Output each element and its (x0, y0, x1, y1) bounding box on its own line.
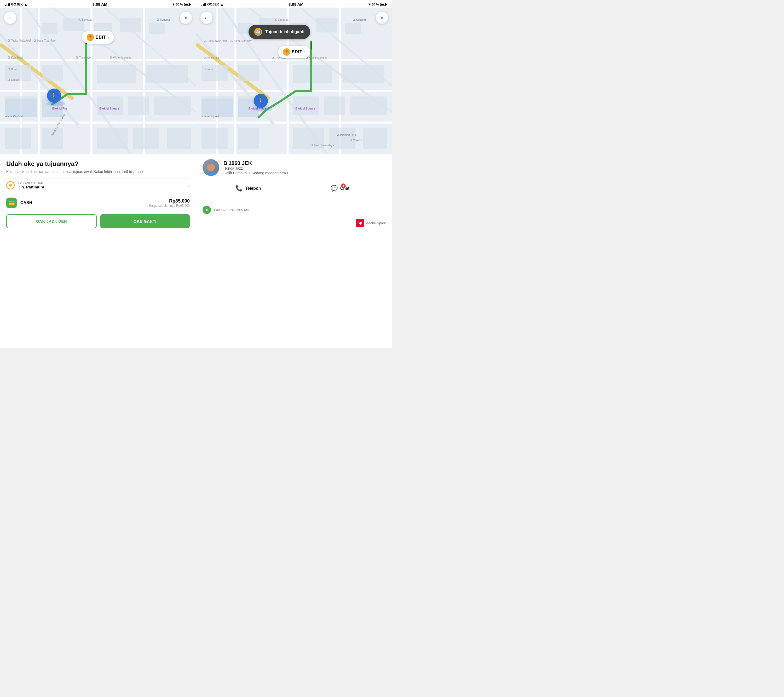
svg-text:Jl. Wolter Mongins: Jl. Wolter Mongins (110, 56, 131, 59)
tooltip-text: Tujuan telah diganti (265, 30, 305, 34)
status-left-right: GOJEK ▲ (201, 2, 224, 7)
destination-label-left: LOKASI TUJUAN (18, 181, 184, 185)
edit-label-left: EDIT (96, 35, 106, 40)
svg-rect-76 (238, 128, 259, 149)
driver-details: B 1060 JEK Honda Jazz Galih Pambudi Seda… (224, 160, 386, 175)
locate-button-left[interactable]: ➤ (180, 12, 192, 24)
contact-row: 📞 Telepon 💬 1 Chat (203, 180, 386, 196)
svg-text:ndaria City Mall: ndaria City Mall (201, 115, 219, 118)
svg-rect-29 (97, 128, 128, 149)
svg-rect-28 (42, 128, 63, 149)
rider-avatar-right: 🚶 (254, 94, 268, 108)
confirm-button-left[interactable]: OKE GANTI (100, 214, 190, 228)
driver-card: B 1060 JEK Honda Jazz Galih Pambudi Seda… (196, 154, 392, 202)
svg-rect-79 (363, 128, 387, 149)
watermark: Sp Adobe Spark (196, 218, 392, 229)
destination-changed-tooltip: 🔄 Tujuan telah diganti (249, 25, 310, 39)
svg-text:Jl. Hang Tuah Ray: Jl. Hang Tuah Ray (230, 39, 252, 42)
back-icon-left: ← (8, 15, 13, 21)
bluetooth-icon-right: ✶ (368, 3, 371, 6)
destination-pin-icon-left: 📍 (87, 34, 94, 41)
svg-text:Jl. Trunojoyo: Jl. Trunojoyo (76, 56, 91, 59)
svg-rect-64 (316, 18, 337, 32)
svg-rect-80 (201, 99, 233, 117)
svg-rect-27 (5, 128, 31, 149)
pickup-row: ● LOKASI PENJEMPUTAN (196, 202, 392, 218)
payment-price-left: Rp85.000 (149, 198, 190, 204)
map-background-left: Jl. Trunojoyo Jl. Wolter Mongins Jl. Sen… (0, 8, 196, 154)
back-icon-right: ← (204, 15, 209, 21)
call-button[interactable]: 📞 Telepon (203, 180, 294, 196)
destination-row-left[interactable]: LOKASI TUJUAN Jln. Pattimura › (6, 178, 190, 192)
driver-name: Galih Pambudi (224, 171, 247, 175)
svg-text:Blok M Square: Blok M Square (295, 107, 315, 110)
chat-icon: 💬 (331, 185, 338, 192)
back-button-right[interactable]: ← (201, 12, 212, 24)
adobe-spark-logo: Sp (356, 219, 364, 227)
carrier-label-right: GOJEK (207, 2, 219, 6)
svg-text:Jl. Bumi: Jl. Bumi (8, 68, 17, 71)
destination-pin-left (6, 181, 15, 189)
svg-text:Blok M Pla: Blok M Pla (52, 107, 67, 110)
back-button-left[interactable]: ← (4, 12, 16, 24)
phone-icon: 📞 (236, 185, 242, 192)
status-left: GOJEK ▲ (5, 2, 28, 7)
svg-rect-74 (350, 96, 387, 115)
time-display: 8:08 AM (92, 2, 107, 7)
locate-icon-left: ➤ (184, 15, 188, 21)
svg-text:Jl. Wijaya II: Jl. Wijaya II (350, 139, 362, 142)
destination-chevron-left: › (188, 183, 190, 188)
rider-shadow-left (47, 101, 65, 106)
payment-amount-left: Rp85.000 Harga sebelumnya Rp65.000 (149, 198, 190, 208)
driver-info-row: B 1060 JEK Honda Jazz Galih Pambudi Seda… (203, 159, 386, 176)
svg-text:ndaria City Mall: ndaria City Mall (5, 115, 23, 118)
cash-icon-left: 💳 (6, 198, 17, 208)
svg-rect-16 (120, 18, 141, 32)
battery-pct-label: 60 % (176, 3, 183, 6)
svg-rect-26 (154, 96, 191, 115)
wifi-icon-right: ▲ (220, 2, 224, 7)
svg-text:Jl. Senopati: Jl. Senopati (275, 18, 288, 21)
edit-destination-button-right[interactable]: 📍 EDIT › (278, 46, 310, 58)
svg-rect-17 (149, 23, 165, 34)
payment-info-left: CASH (20, 201, 145, 205)
map-right: Jl. Tru­nojoyo Jl. Wolter Mongins Jl. Se… (196, 8, 392, 154)
signal-icon (5, 3, 10, 6)
svg-text:Jl. Panglima Polim: Jl. Panglima Polim (337, 133, 356, 136)
locate-button-right[interactable]: ➤ (376, 12, 388, 24)
svg-rect-25 (128, 96, 149, 115)
time-display-right: 8:08 AM (288, 2, 303, 7)
svg-rect-65 (345, 23, 361, 34)
svg-text:Jl. Lauser: Jl. Lauser (8, 78, 19, 81)
rider-marker-left: 🚶 (47, 89, 65, 106)
map-left: Jl. Trunojoyo Jl. Wolter Mongins Jl. Sen… (0, 8, 196, 154)
destination-pin-icon-right: 📍 (283, 48, 290, 56)
driver-status: Sedang mengantarmu (252, 171, 288, 175)
svg-rect-31 (167, 128, 191, 149)
svg-rect-32 (5, 99, 36, 117)
chat-button[interactable]: 💬 1 Chat (294, 180, 386, 196)
svg-rect-66 (201, 65, 227, 81)
svg-text:Jl. Senopati: Jl. Senopati (78, 18, 92, 21)
cancel-button-left[interactable]: GAK JADI, DEH (6, 214, 97, 228)
right-panel: GOJEK ▲ 8:08 AM ✶ 60 % (196, 0, 392, 348)
svg-rect-21 (147, 65, 188, 83)
pickup-label: LOKASI PENJEMPUTAN (214, 208, 250, 211)
battery-icon (184, 3, 191, 6)
payment-method-left: CASH (20, 201, 145, 205)
edit-destination-button-left[interactable]: 📍 EDIT › (82, 31, 114, 44)
pickup-info: LOKASI PENJEMPUTAN (214, 208, 250, 211)
pickup-pin-icon: ● (203, 206, 211, 214)
left-panel: GOJEK ▲ 8:08 AM ✶ 60 % (0, 0, 196, 348)
bottom-card-left: Udah oke ya tujuannya? Kalau jarak lebih… (0, 154, 196, 348)
status-bar-left: GOJEK ▲ 8:08 AM ✶ 60 % (0, 0, 196, 8)
svg-text:Jl. Senopati: Jl. Senopati (157, 18, 170, 21)
driver-avatar-bg (203, 159, 219, 176)
svg-text:Jl. Teuku Nyak Arief: Jl. Teuku Nyak Arief (8, 39, 31, 42)
status-right: ✶ 60 % (172, 3, 191, 6)
locate-icon-right: ➤ (380, 15, 384, 21)
svg-text:Jl. Hang Tuah Ray: Jl. Hang Tuah Ray (34, 39, 55, 42)
svg-rect-24 (97, 96, 123, 115)
svg-text:Jl. Bumi: Jl. Bumi (204, 68, 213, 71)
adobe-spark-label: Adobe Spark (366, 221, 386, 225)
